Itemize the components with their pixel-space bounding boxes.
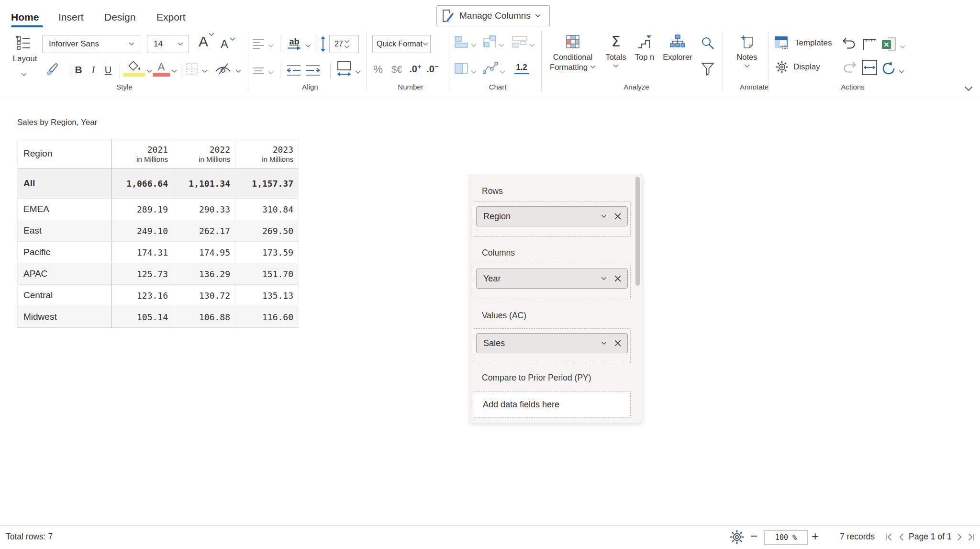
totals-button[interactable]: Σ Totals [601,34,631,68]
cell[interactable]: 269.50 [235,220,298,241]
templates-button[interactable]: Templates [774,35,832,51]
cell[interactable]: 105.14 [111,306,173,327]
horizontal-align-button[interactable] [251,36,266,51]
remove-field-icon[interactable] [614,275,621,282]
cell[interactable]: 125.73 [111,263,173,284]
rows-field-pill[interactable]: Region [476,206,628,226]
collapse-ribbon-button[interactable] [964,85,973,94]
chevron-down-icon[interactable] [601,277,607,280]
cell[interactable]: 289.19 [111,199,173,220]
cell[interactable]: 1,101.34 [173,168,235,198]
filter-button[interactable] [700,61,716,78]
hide-values-chevron[interactable] [235,67,241,75]
font-color-chevron[interactable] [171,67,177,75]
font-name-select[interactable]: Inforiver Sans [42,35,140,53]
chart-layout-chevron[interactable] [529,41,535,49]
vertical-align-chevron[interactable] [268,68,274,77]
row-label[interactable]: All [18,168,111,198]
hide-values-button[interactable] [212,61,234,77]
chevron-down-icon[interactable] [601,214,607,218]
cell[interactable]: 262.17 [173,220,235,241]
cell[interactable]: 310.84 [235,199,298,220]
rows-dropzone[interactable]: Region [473,202,631,237]
zoom-level-box[interactable]: 100 % [764,530,808,545]
tab-home[interactable]: Home [11,11,39,23]
variance-chart-button[interactable] [481,34,498,50]
last-page-button[interactable] [967,533,975,541]
outdent-button[interactable] [285,63,302,78]
format-painter-button[interactable] [44,61,61,78]
compare-dropzone[interactable]: Add data fields here [473,391,631,418]
previous-page-button[interactable] [897,533,906,541]
stepper-down-icon[interactable] [344,45,350,49]
chart-layout-button[interactable] [511,34,528,50]
font-size-select[interactable]: 14 [147,35,189,53]
cell[interactable]: 290.33 [173,199,235,220]
conditional-formatting-button[interactable]: Conditional Formatting [546,34,600,72]
search-button[interactable] [699,34,717,53]
cell[interactable]: 1,157.37 [235,168,298,198]
row-height-stepper[interactable]: 27 [329,35,359,53]
redo-button[interactable] [841,59,858,76]
zoom-out-button[interactable]: − [750,529,757,544]
horizontal-align-chevron[interactable] [268,41,274,50]
undo-button[interactable] [841,35,858,52]
export-excel-button[interactable] [880,36,898,53]
wrap-text-button[interactable]: ab [285,34,303,53]
italic-button[interactable]: I [87,62,100,78]
columns-field-pill[interactable]: Year [476,269,628,289]
variance-chart-chevron[interactable] [499,41,504,49]
cell[interactable]: 106.88 [173,306,235,327]
underline-button[interactable]: U [101,62,115,78]
remove-field-icon[interactable] [614,213,621,220]
indent-button[interactable] [304,63,322,78]
vertical-align-button[interactable] [251,64,266,78]
autofit-width-button[interactable] [335,59,353,78]
layout-button[interactable] [12,34,33,52]
column-header-region[interactable]: Region [18,139,111,168]
refresh-chevron[interactable] [899,67,904,76]
table-view-button[interactable] [454,61,469,76]
remove-field-icon[interactable] [614,340,621,347]
cell[interactable]: 174.95 [173,242,235,263]
borders-chevron[interactable] [202,67,208,75]
sparkline-button[interactable] [482,60,499,76]
autofit-width-chevron[interactable] [355,67,361,76]
cell[interactable]: 151.70 [235,263,298,284]
explorer-button[interactable]: Explorer [658,34,697,62]
first-page-button[interactable] [885,533,893,541]
stepper-up-icon[interactable] [344,40,350,44]
cell[interactable]: 123.16 [111,285,173,306]
bar-chart-chevron[interactable] [471,41,477,49]
top-n-button[interactable]: Top n [630,34,659,62]
row-label[interactable]: Pacific [18,242,111,263]
borders-button[interactable] [184,61,200,77]
visual-title[interactable]: Sales by Region, Year [17,118,97,127]
export-excel-chevron[interactable] [900,42,905,51]
next-page-button[interactable] [955,533,964,541]
cell[interactable]: 249.10 [111,220,173,241]
resize-button[interactable] [860,35,878,52]
columns-dropzone[interactable]: Year [473,264,631,299]
quick-format-select[interactable]: Quick Format [372,35,431,53]
cell[interactable]: 136.29 [173,263,235,284]
tab-export[interactable]: Export [156,11,186,23]
zoom-in-button[interactable]: + [812,529,819,544]
chevron-down-icon[interactable] [601,341,607,345]
fit-to-width-button[interactable] [860,58,879,77]
bar-chart-button[interactable] [454,34,469,50]
display-button[interactable]: Display [775,60,820,74]
refresh-button[interactable] [880,60,897,77]
number-scaling-button[interactable]: 1.2 [513,61,530,76]
row-label[interactable]: Central [18,285,111,306]
increase-font-size-button[interactable]: A [194,32,212,52]
bold-button[interactable]: B [72,62,85,78]
wrap-text-chevron[interactable] [305,41,311,50]
layout-chevron[interactable] [21,70,27,78]
increase-decimal-button[interactable]: .0 + [408,61,423,77]
row-label[interactable]: APAC [18,263,111,284]
currency-format-button[interactable]: $€ [387,62,407,77]
manage-columns-button[interactable]: Manage Columns [436,5,550,26]
row-label[interactable]: EMEA [18,199,111,220]
cell[interactable]: 173.59 [235,242,298,263]
